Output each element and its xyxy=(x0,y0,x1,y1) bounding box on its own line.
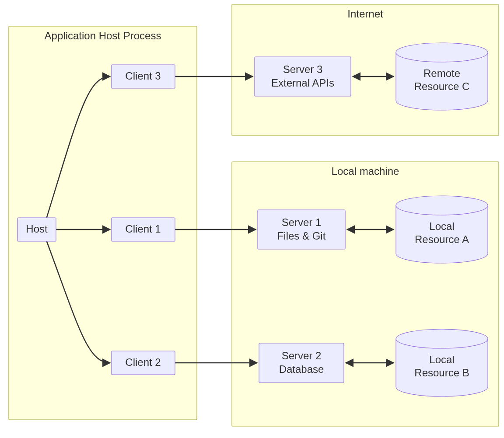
node-resB: Local Resource B xyxy=(396,329,488,396)
svg-point-12 xyxy=(396,329,488,348)
node-server1: Server 1 Files & Git xyxy=(258,210,345,249)
node-resB-line2: Resource B xyxy=(414,367,469,379)
node-host: Host xyxy=(18,218,56,241)
node-server2: Server 2 Database xyxy=(259,343,344,382)
node-server3-line1: Server 3 xyxy=(283,63,323,75)
node-resB-line1: Local xyxy=(429,354,454,365)
node-server2-line1: Server 2 xyxy=(282,350,322,362)
node-client2: Client 2 xyxy=(112,351,175,375)
svg-rect-7 xyxy=(255,57,351,96)
node-client3: Client 3 xyxy=(112,65,175,88)
svg-rect-9 xyxy=(259,343,344,382)
node-resC-line2: Resource C xyxy=(414,80,470,92)
node-server3: Server 3 External APIs xyxy=(255,57,351,96)
node-resA-line2: Resource A xyxy=(415,233,469,245)
node-host-label: Host xyxy=(26,223,48,235)
node-client2-label: Client 2 xyxy=(125,356,161,368)
svg-point-11 xyxy=(396,196,488,215)
node-client1: Client 1 xyxy=(112,218,175,241)
group-internet-title: Internet xyxy=(347,8,383,20)
node-resC: Remote Resource C xyxy=(396,43,488,110)
node-server3-line2: External APIs xyxy=(271,77,334,89)
svg-point-10 xyxy=(396,43,488,62)
node-resA: Local Resource A xyxy=(396,196,488,263)
svg-rect-8 xyxy=(258,210,345,249)
node-client3-label: Client 3 xyxy=(125,70,161,82)
node-server1-line2: Files & Git xyxy=(277,230,326,242)
node-client1-label: Client 1 xyxy=(125,223,161,235)
node-server1-line1: Server 1 xyxy=(282,216,322,228)
group-app-host-title: Application Host Process xyxy=(45,30,161,42)
node-resC-line1: Remote xyxy=(424,67,460,79)
node-server2-line2: Database xyxy=(279,363,324,375)
node-resA-line1: Local xyxy=(429,220,454,232)
group-local-title: Local machine xyxy=(332,165,399,177)
architecture-diagram: Application Host Process Internet Local … xyxy=(0,0,504,438)
